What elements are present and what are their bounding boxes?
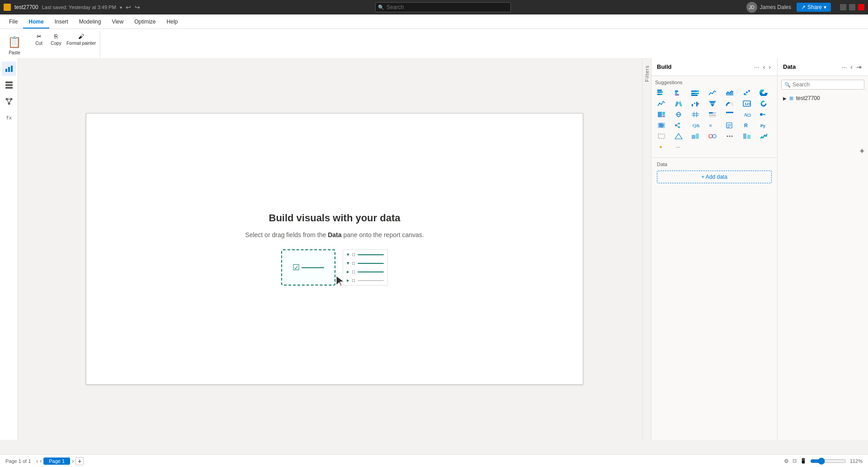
mobile-view-icon[interactable]: 📱: [800, 458, 807, 464]
visual-more[interactable]: [723, 131, 736, 141]
page-next-btn[interactable]: ›: [72, 458, 74, 464]
sidebar-model-btn[interactable]: [2, 94, 16, 109]
visual-funnel[interactable]: [706, 99, 719, 109]
tab-file[interactable]: File: [4, 16, 23, 29]
redo-btn[interactable]: ↪: [135, 4, 140, 11]
canvas-area: Build visuals with your data Select or d…: [18, 58, 651, 440]
paste-button[interactable]: 📋 Paste: [5, 33, 30, 57]
svg-rect-66: [726, 112, 733, 113]
svg-rect-52: [658, 112, 662, 117]
visual-smart-narrative[interactable]: ≡: [706, 120, 719, 130]
page-prev-btn[interactable]: ‹: [36, 458, 38, 464]
app-icon: [4, 4, 11, 11]
visual-python[interactable]: Py: [757, 120, 770, 130]
build-panel-prev-btn[interactable]: ‹: [762, 62, 766, 71]
settings-btn[interactable]: ⚙: [784, 458, 789, 464]
share-button[interactable]: ↗ Share ▾: [797, 3, 831, 12]
copy-button[interactable]: ⎘ Copy: [48, 33, 64, 47]
visual-map[interactable]: [672, 110, 685, 119]
visual-waterfall[interactable]: [689, 99, 702, 109]
build-panel-next-btn[interactable]: ›: [768, 62, 772, 71]
visual-key-influencers[interactable]: [757, 110, 770, 119]
visual-line[interactable]: [706, 88, 719, 98]
format-painter-label: Format painter: [66, 41, 96, 46]
format-painter-button[interactable]: 🖌 Format painter: [65, 33, 97, 47]
add-data-button[interactable]: + Add data: [657, 171, 772, 183]
visual-pie[interactable]: [757, 88, 770, 98]
sidebar-data-btn[interactable]: [2, 78, 16, 92]
build-panel-more-btn[interactable]: ···: [753, 62, 760, 71]
cut-button[interactable]: ✂ Cut: [31, 33, 47, 47]
visual-table[interactable]: [723, 110, 736, 119]
visual-r[interactable]: R: [741, 120, 753, 130]
visual-gauge[interactable]: [723, 99, 736, 109]
visual-scatter[interactable]: [741, 88, 753, 98]
ribbon-tabs: File Home Insert Modeling View Optimize …: [0, 14, 868, 29]
minimize-button[interactable]: [840, 4, 846, 10]
svg-point-94: [726, 136, 728, 137]
visual-text-filter[interactable]: A: [741, 110, 753, 119]
tab-help[interactable]: Help: [161, 16, 184, 29]
titlebar-search-input[interactable]: [375, 2, 511, 12]
visual-decomp-tree[interactable]: [672, 120, 685, 130]
data-panel-expand-btn[interactable]: ⇥: [855, 62, 863, 71]
visual-custom3[interactable]: [689, 131, 702, 141]
visual-matrix[interactable]: [689, 110, 702, 119]
svg-rect-64: [709, 114, 716, 116]
visual-qa[interactable]: Q&: [689, 120, 702, 130]
visual-slicer[interactable]: [706, 110, 719, 119]
sidebar-dax-btn[interactable]: fx: [2, 110, 16, 125]
right-panel: Build ··· ‹ › Suggestions: [651, 58, 868, 440]
titlebar-left: test27700 Last saved: Yesterday at 3:49 …: [4, 4, 140, 11]
data-panel-more-btn[interactable]: ···: [841, 62, 848, 71]
new-field-button[interactable]: +: [859, 147, 864, 156]
undo-btn[interactable]: ↩: [126, 4, 131, 11]
user-avatar: JD: [746, 2, 757, 13]
visual-custom2[interactable]: [672, 131, 685, 141]
maximize-button[interactable]: [849, 4, 855, 10]
svg-rect-69: [726, 116, 733, 117]
titlebar-dropdown-icon[interactable]: ▾: [120, 5, 122, 10]
tab-home[interactable]: Home: [23, 16, 49, 29]
visual-donut[interactable]: [757, 99, 770, 109]
tab-insert[interactable]: Insert: [49, 16, 74, 29]
svg-point-76: [678, 123, 680, 124]
tab-optimize[interactable]: Optimize: [129, 16, 161, 29]
data-search-input[interactable]: [793, 81, 861, 88]
visual-ribbon[interactable]: [672, 99, 685, 109]
data-panel-prev-btn[interactable]: ‹: [849, 62, 854, 71]
zoom-slider[interactable]: [810, 457, 846, 465]
visual-paginated[interactable]: [723, 120, 736, 130]
svg-rect-18: [657, 91, 661, 93]
visual-filled-map[interactable]: [655, 120, 668, 130]
page-view-icon[interactable]: ⊡: [793, 458, 797, 464]
data-panel-header: Data ··· ‹ ⇥: [778, 58, 868, 76]
close-button[interactable]: [858, 4, 864, 10]
sidebar-report-btn[interactable]: [2, 62, 16, 76]
tab-view[interactable]: View: [106, 16, 129, 29]
titlebar-search-area: 🔍: [375, 2, 511, 12]
visual-stacked-bar[interactable]: [655, 88, 668, 98]
visual-extra1[interactable]: [741, 131, 753, 141]
add-page-button[interactable]: +: [75, 457, 84, 465]
add-data-label: + Add data: [701, 174, 727, 180]
visual-line-area[interactable]: [655, 99, 668, 109]
visual-area[interactable]: [723, 88, 736, 98]
page-prev-btn2[interactable]: ‹: [40, 458, 42, 464]
page-tab[interactable]: Page 1: [43, 457, 70, 465]
svg-point-34: [748, 90, 750, 92]
tab-modeling[interactable]: Modeling: [74, 16, 107, 29]
visual-card[interactable]: 123: [741, 99, 753, 109]
visual-custom4[interactable]: [706, 131, 719, 141]
visual-custom1[interactable]: [655, 131, 668, 141]
visual-more-dots[interactable]: ···: [672, 142, 685, 152]
svg-point-72: [760, 113, 763, 116]
visual-extra3[interactable]: ✦: [655, 142, 668, 152]
visual-extra2[interactable]: [757, 131, 770, 141]
data-tree-test27700[interactable]: ▶ ⊞ test27700: [778, 93, 868, 103]
visual-treemap[interactable]: [655, 110, 668, 119]
suggestions-section: Suggestions: [651, 76, 777, 156]
share-label: Share: [807, 4, 822, 10]
visual-100pct-bar[interactable]: [689, 88, 702, 98]
visual-clustered-bar[interactable]: [672, 88, 685, 98]
